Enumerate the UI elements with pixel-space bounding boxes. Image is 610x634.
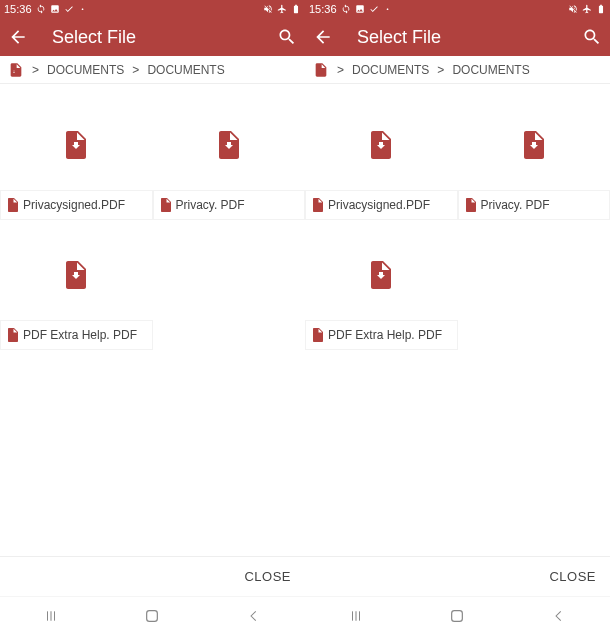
- system-nav-bar: [0, 596, 305, 634]
- mute-icon: [568, 4, 578, 14]
- file-name: PDF Extra Help. PDF: [328, 328, 442, 342]
- breadcrumb-separator: >: [32, 63, 39, 77]
- back-nav-button[interactable]: [539, 606, 579, 626]
- file-label-row: Privacysigned.PDF: [305, 190, 458, 220]
- pdf-icon: [369, 131, 393, 159]
- file-thumbnail: [369, 100, 393, 190]
- bottom-action-bar: CLOSE: [0, 556, 305, 596]
- breadcrumb-segment-1: DOCUMENTS: [352, 63, 429, 77]
- image-icon: [50, 4, 60, 14]
- status-bar-left: 15:36 •: [309, 3, 393, 15]
- breadcrumb-segment-2: DOCUMENTS: [147, 63, 224, 77]
- file-label-row: PDF Extra Help. PDF: [305, 320, 458, 350]
- screen-right: 15:36 • Sel: [305, 0, 610, 634]
- pdf-icon: [7, 328, 19, 342]
- pdf-icon: [369, 261, 393, 289]
- pdf-icon: [313, 62, 329, 78]
- bottom-action-bar: CLOSE: [305, 556, 610, 596]
- app-title: Select File: [52, 27, 261, 48]
- check-icon: [369, 4, 379, 14]
- app-bar: Select File: [305, 18, 610, 56]
- recent-apps-button[interactable]: [336, 606, 376, 626]
- search-button[interactable]: [582, 27, 602, 47]
- home-button[interactable]: [437, 606, 477, 626]
- file-grid: Privacysigned.PDF Privacy. PDF PDF Extra…: [305, 84, 610, 556]
- pdf-icon: [160, 198, 172, 212]
- file-tile[interactable]: Privacy. PDF: [458, 100, 611, 230]
- pdf-icon: [8, 62, 24, 78]
- pdf-icon: [522, 131, 546, 159]
- file-name: Privacy. PDF: [481, 198, 550, 212]
- pdf-icon: [312, 328, 324, 342]
- file-tile[interactable]: PDF Extra Help. PDF: [305, 230, 458, 360]
- file-tile[interactable]: Privacysigned.PDF: [305, 100, 458, 230]
- close-button[interactable]: CLOSE: [244, 569, 291, 584]
- app-bar: Select File: [0, 18, 305, 56]
- file-name: PDF Extra Help. PDF: [23, 328, 137, 342]
- clock-time: 15:36: [4, 3, 32, 15]
- back-nav-button[interactable]: [234, 606, 274, 626]
- file-name: Privacysigned.PDF: [23, 198, 125, 212]
- battery-icon: [291, 4, 301, 14]
- file-label-row: PDF Extra Help. PDF: [0, 320, 153, 350]
- svg-rect-7: [452, 610, 463, 621]
- file-grid: Privacysigned.PDF Privacy. PDF PDF Extra…: [0, 84, 305, 556]
- pdf-icon: [7, 198, 19, 212]
- airplane-icon: [582, 4, 592, 14]
- back-button[interactable]: [313, 27, 333, 47]
- svg-rect-3: [147, 610, 158, 621]
- close-button[interactable]: CLOSE: [549, 569, 596, 584]
- breadcrumb-separator: >: [437, 63, 444, 77]
- pdf-icon: [312, 198, 324, 212]
- status-bar-right: [263, 4, 301, 14]
- file-thumbnail: [369, 230, 393, 320]
- sync-icon: [341, 4, 351, 14]
- file-thumbnail: [217, 100, 241, 190]
- breadcrumb-separator: >: [132, 63, 139, 77]
- dot-icon: •: [383, 4, 393, 14]
- breadcrumb-segment-2: DOCUMENTS: [452, 63, 529, 77]
- file-tile[interactable]: Privacysigned.PDF: [0, 100, 153, 230]
- clock-time: 15:36: [309, 3, 337, 15]
- system-nav-bar: [305, 596, 610, 634]
- breadcrumb-segment-1: DOCUMENTS: [47, 63, 124, 77]
- sync-icon: [36, 4, 46, 14]
- pdf-icon: [217, 131, 241, 159]
- pdf-icon: [465, 198, 477, 212]
- file-tile[interactable]: PDF Extra Help. PDF: [0, 230, 153, 360]
- breadcrumb[interactable]: > DOCUMENTS > DOCUMENTS: [0, 56, 305, 84]
- file-thumbnail: [64, 230, 88, 320]
- mute-icon: [263, 4, 273, 14]
- status-bar: 15:36 •: [0, 0, 305, 18]
- status-bar-left: 15:36 •: [4, 3, 88, 15]
- breadcrumb-separator: >: [337, 63, 344, 77]
- screen-left: 15:36 • Sel: [0, 0, 305, 634]
- app-title: Select File: [357, 27, 566, 48]
- file-label-row: Privacy. PDF: [153, 190, 306, 220]
- file-tile[interactable]: Privacy. PDF: [153, 100, 306, 230]
- image-icon: [355, 4, 365, 14]
- file-thumbnail: [64, 100, 88, 190]
- battery-icon: [596, 4, 606, 14]
- dot-icon: •: [78, 4, 88, 14]
- status-bar-right: [568, 4, 606, 14]
- breadcrumb[interactable]: > DOCUMENTS > DOCUMENTS: [305, 56, 610, 84]
- recent-apps-button[interactable]: [31, 606, 71, 626]
- file-label-row: Privacy. PDF: [458, 190, 611, 220]
- file-name: Privacy. PDF: [176, 198, 245, 212]
- pdf-icon: [64, 261, 88, 289]
- file-thumbnail: [522, 100, 546, 190]
- airplane-icon: [277, 4, 287, 14]
- status-bar: 15:36 •: [305, 0, 610, 18]
- file-name: Privacysigned.PDF: [328, 198, 430, 212]
- check-icon: [64, 4, 74, 14]
- search-button[interactable]: [277, 27, 297, 47]
- back-button[interactable]: [8, 27, 28, 47]
- file-label-row: Privacysigned.PDF: [0, 190, 153, 220]
- home-button[interactable]: [132, 606, 172, 626]
- pdf-icon: [64, 131, 88, 159]
